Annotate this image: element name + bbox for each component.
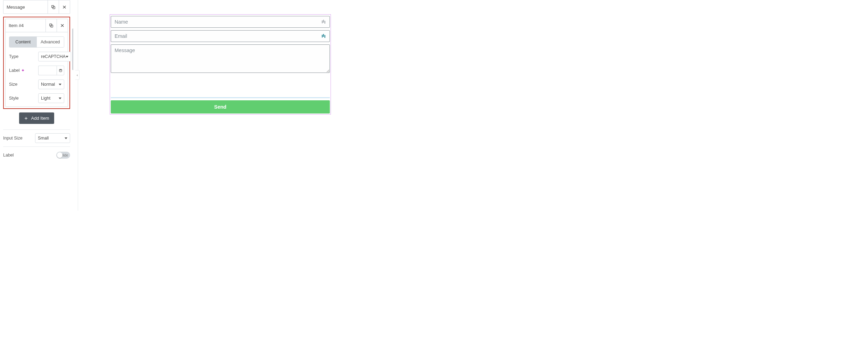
size-label: Size xyxy=(9,82,38,87)
style-value: Light xyxy=(41,96,50,101)
svg-rect-11 xyxy=(322,20,323,23)
size-select[interactable]: Normal xyxy=(38,79,64,89)
input-size-select[interactable]: Small xyxy=(35,133,70,143)
input-size-label: Input Size xyxy=(3,136,35,141)
duplicate-icon[interactable] xyxy=(45,19,57,32)
field-settings-tabs: Content Advanced xyxy=(9,36,64,48)
svg-rect-15 xyxy=(323,34,324,37)
type-select[interactable]: reCAPTCHA xyxy=(38,52,71,61)
svg-rect-14 xyxy=(322,35,323,37)
input-size-value: Small xyxy=(38,136,49,141)
dynamic-tags-icon[interactable] xyxy=(57,66,64,75)
form-field-title[interactable]: Item #4 xyxy=(6,23,45,28)
svg-point-8 xyxy=(59,69,61,70)
collapse-sidebar-button[interactable]: ‹ xyxy=(75,70,80,80)
style-select[interactable]: Light xyxy=(38,93,64,103)
caret-down-icon xyxy=(59,98,61,99)
label-visibility-label: Label xyxy=(3,153,56,158)
settings-sidebar: Message Item #4 xyxy=(0,0,73,211)
divider xyxy=(3,129,70,130)
toggle-knob xyxy=(57,152,62,158)
password-manager-icon[interactable] xyxy=(322,20,326,24)
caret-down-icon xyxy=(65,137,67,139)
label-input-field[interactable] xyxy=(41,68,54,73)
ai-sparkle-icon[interactable]: ✦ xyxy=(21,68,25,73)
tab-advanced[interactable]: Advanced xyxy=(37,37,64,47)
recaptcha-field[interactable] xyxy=(111,75,330,98)
send-label: Send xyxy=(214,104,226,110)
send-button[interactable]: Send xyxy=(111,100,330,113)
duplicate-icon[interactable] xyxy=(48,0,59,14)
password-manager-icon[interactable] xyxy=(322,34,326,38)
label-visibility-toggle[interactable]: Hide xyxy=(56,152,70,159)
form-field-item-recaptcha-highlight: Item #4 Content Advanced xyxy=(3,17,70,109)
style-label: Style xyxy=(9,96,38,101)
remove-icon[interactable] xyxy=(57,19,68,32)
caret-down-icon xyxy=(66,56,68,58)
svg-rect-16 xyxy=(325,35,325,38)
label-text: Label xyxy=(9,68,20,73)
form-widget[interactable]: Send xyxy=(110,14,331,115)
divider xyxy=(3,146,70,147)
email-input[interactable] xyxy=(111,30,330,42)
label-label: Label ✦ xyxy=(9,68,38,73)
form-field-item-message[interactable]: Message xyxy=(3,0,70,14)
remove-icon[interactable] xyxy=(59,0,70,14)
tab-content[interactable]: Content xyxy=(9,37,37,47)
sidebar-edge xyxy=(73,0,78,211)
add-item-button[interactable]: Add Item xyxy=(19,112,54,124)
svg-rect-13 xyxy=(325,21,325,24)
caret-down-icon xyxy=(59,84,61,85)
form-field-item-4[interactable]: Item #4 Content Advanced xyxy=(5,19,68,107)
chevron-left-icon: ‹ xyxy=(77,73,78,77)
label-input[interactable] xyxy=(38,66,57,75)
svg-rect-12 xyxy=(323,20,324,23)
form-field-title[interactable]: Message xyxy=(3,5,48,10)
message-textarea[interactable] xyxy=(111,44,330,73)
type-label: Type xyxy=(9,54,38,59)
type-value: reCAPTCHA xyxy=(41,54,66,59)
plus-icon xyxy=(24,116,28,120)
preview-canvas: Send xyxy=(110,14,331,115)
size-value: Normal xyxy=(41,82,55,87)
name-input[interactable] xyxy=(111,16,330,28)
add-item-label: Add Item xyxy=(31,116,49,121)
